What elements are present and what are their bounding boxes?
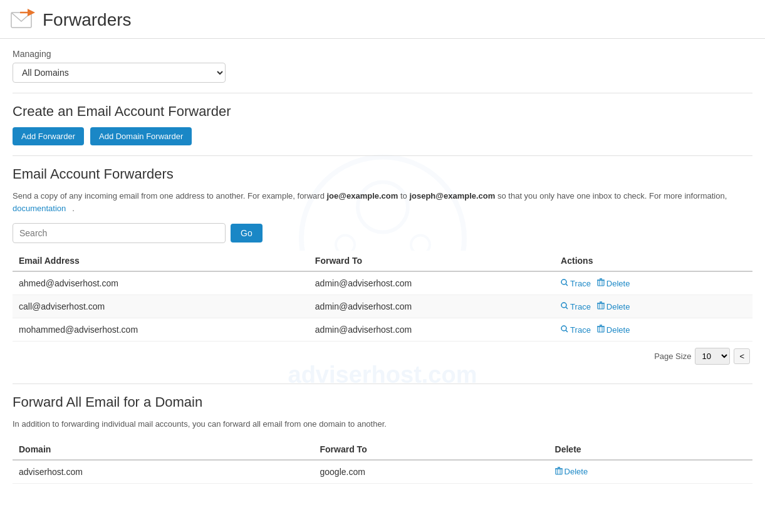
create-section-title: Create an Email Account Forwarder <box>13 103 752 120</box>
trash-icon <box>555 467 563 477</box>
delete-link[interactable]: Delete <box>597 301 630 311</box>
svg-point-14 <box>561 303 566 308</box>
delete-link[interactable]: Delete <box>597 325 630 335</box>
header-icon <box>10 8 35 32</box>
search-row: Go <box>13 223 752 243</box>
page-size-select[interactable]: 10 5 25 50 100 <box>695 348 730 365</box>
table-row: call@adviserhost.comadmin@adviserhost.co… <box>13 295 752 318</box>
search-icon <box>561 279 568 288</box>
divider-2 <box>13 155 752 156</box>
table-header-row: Email Address Forward To Actions <box>13 251 752 271</box>
domain-delete-link[interactable]: Delete <box>555 467 588 477</box>
search-icon <box>561 302 568 311</box>
trace-link[interactable]: Trace <box>561 279 591 288</box>
svg-line-15 <box>566 307 568 309</box>
divider-3 <box>13 383 752 384</box>
domain-forwarders-table: Domain Forward To Delete adviserhost.com… <box>13 439 752 484</box>
divider-1 <box>13 93 752 93</box>
pagination-row: Page Size 10 5 25 50 100 < <box>13 342 752 371</box>
forward-to-cell: admin@adviserhost.com <box>309 295 554 318</box>
managing-domain-select[interactable]: All Domains <box>13 63 226 83</box>
trash-icon <box>597 325 605 335</box>
prev-page-button[interactable]: < <box>734 348 750 364</box>
forward-to-cell: admin@adviserhost.com <box>309 318 554 342</box>
page-header: Forwarders <box>0 0 765 39</box>
email-address-cell: call@adviserhost.com <box>13 295 309 318</box>
page-title: Forwarders <box>43 10 132 30</box>
go-button[interactable]: Go <box>231 224 263 243</box>
svg-rect-16 <box>598 303 604 309</box>
table-row: ahmed@adviserhost.comadmin@adviserhost.c… <box>13 271 752 295</box>
domain-forwarders-title: Forward All Email for a Domain <box>13 394 752 410</box>
managing-label: Managing <box>13 49 752 59</box>
email-forwarders-desc: Send a copy of any incoming email from o… <box>13 190 752 214</box>
domain-forwarders-desc: In addition to forwarding individual mai… <box>13 418 752 430</box>
actions-cell: Trace Delete <box>554 318 752 342</box>
trace-link[interactable]: Trace <box>561 325 591 335</box>
trash-icon <box>597 278 605 288</box>
doc-suffix: . <box>72 204 75 213</box>
desc-suffix: so that you only have one inbox to check… <box>495 191 727 201</box>
search-icon <box>561 325 568 335</box>
email-forwarders-title: Email Account Forwarders <box>13 166 752 182</box>
col-actions: Actions <box>554 251 752 271</box>
svg-point-21 <box>561 326 566 331</box>
desc-prefix: Send a copy of any incoming email from o… <box>13 191 326 201</box>
domain-table-row: adviserhost.comgoogle.com Delete <box>13 460 752 484</box>
add-domain-forwarder-button[interactable]: Add Domain Forwarder <box>90 127 192 145</box>
trash-icon <box>597 301 605 311</box>
col-domain: Domain <box>13 439 314 460</box>
col-domain-delete: Delete <box>549 439 752 460</box>
example-from: joe@example.com <box>326 191 398 201</box>
actions-cell: Trace Delete <box>554 271 752 295</box>
svg-line-8 <box>566 284 568 286</box>
domain-cell: adviserhost.com <box>13 460 314 484</box>
forwarders-icon <box>10 8 35 30</box>
domain-delete-cell: Delete <box>549 460 752 484</box>
col-email-address: Email Address <box>13 251 309 271</box>
documentation-link[interactable]: documentation <box>13 202 66 215</box>
svg-rect-9 <box>598 280 604 286</box>
trace-link[interactable]: Trace <box>561 302 591 311</box>
svg-rect-23 <box>598 326 604 332</box>
actions-cell: Trace Delete <box>554 295 752 318</box>
col-domain-forward-to: Forward To <box>314 439 549 460</box>
svg-line-22 <box>566 330 568 332</box>
domain-table-header-row: Domain Forward To Delete <box>13 439 752 460</box>
forward-to-cell: admin@adviserhost.com <box>309 271 554 295</box>
page-size-label: Page Size <box>654 352 691 361</box>
delete-link[interactable]: Delete <box>597 278 630 288</box>
svg-point-7 <box>561 279 566 284</box>
example-to: joseph@example.com <box>409 191 495 201</box>
desc-middle: to <box>398 191 409 201</box>
table-row: mohammed@adviserhost.comadmin@adviserhos… <box>13 318 752 342</box>
domain-forward-to-cell: google.com <box>314 460 549 484</box>
email-forwarders-table: Email Address Forward To Actions ahmed@a… <box>13 251 752 342</box>
email-address-cell: mohammed@adviserhost.com <box>13 318 309 342</box>
search-input[interactable] <box>13 223 226 243</box>
email-address-cell: ahmed@adviserhost.com <box>13 271 309 295</box>
svg-rect-28 <box>556 469 562 474</box>
add-forwarder-button[interactable]: Add Forwarder <box>13 127 84 145</box>
col-forward-to: Forward To <box>309 251 554 271</box>
